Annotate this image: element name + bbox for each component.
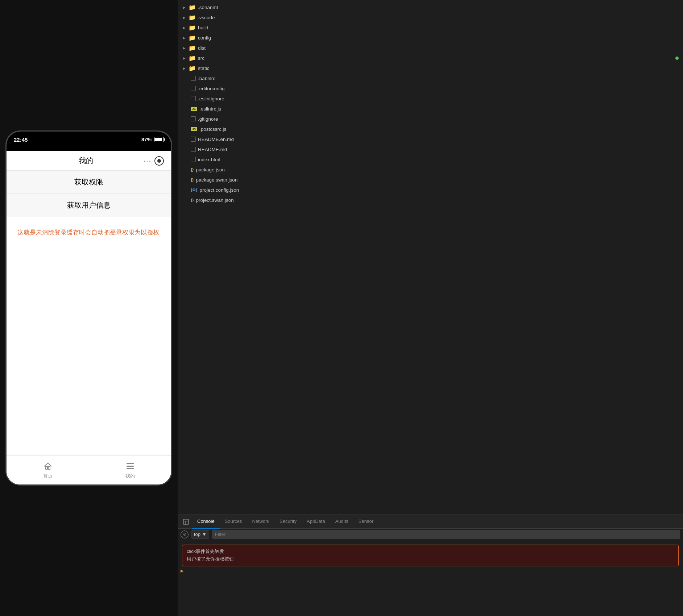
arrow-icon: ▶ (182, 56, 186, 60)
annotation-text: 这就是未清除登录缓存时会自动把登录权限为以授权 (17, 229, 159, 236)
phone-header-title: 我的 (28, 156, 143, 166)
arrow-icon: ▶ (182, 15, 186, 20)
svg-rect-5 (183, 519, 189, 524)
file-icon (191, 157, 196, 162)
folder-icon: 📁 (189, 45, 196, 51)
arrow-icon: ▶ (182, 36, 186, 40)
battery-percent: 87% (141, 137, 152, 142)
file-item-src[interactable]: ▶ 📁 src (178, 53, 683, 63)
file-name: .sohanmt (198, 5, 218, 10)
file-item-gitignore[interactable]: .gitignore (178, 114, 683, 124)
json-badge: {} (191, 198, 194, 202)
folder-icon: 📁 (189, 4, 196, 11)
file-name: config (198, 35, 211, 41)
file-item-build[interactable]: ▶ 📁 build (178, 22, 683, 33)
console-line-2: 用户按了允许授权按钮 (187, 555, 674, 563)
json-badge: {} (191, 178, 194, 182)
chevron-down-icon: ▼ (202, 532, 207, 537)
console-message-highlighted: click事件首先触发 用户按了允许授权按钮 (182, 545, 679, 566)
file-name: build (198, 25, 208, 30)
file-item-package-swan[interactable]: {} package.swan.json (178, 175, 683, 185)
file-name: .babelrc (198, 76, 215, 81)
inspect-icon[interactable] (180, 515, 192, 529)
file-icon (191, 96, 196, 101)
file-icon (191, 116, 196, 121)
file-name: project.swan.json (196, 197, 234, 203)
file-name: .editorconfig (198, 86, 225, 91)
mobile-simulator: 22:45 87% 我的 ··· (0, 0, 178, 616)
file-item-editorconfig[interactable]: .editorconfig (178, 83, 683, 93)
folder-icon: 📁 (189, 55, 196, 62)
battery-fill (154, 138, 162, 141)
tab-appdata[interactable]: AppData (302, 515, 330, 529)
tab-network[interactable]: Network (247, 515, 274, 529)
home-icon (43, 461, 53, 471)
svg-rect-2 (127, 463, 134, 464)
svg-rect-0 (46, 466, 47, 469)
file-name: .vscode (198, 15, 215, 20)
file-item-sohanmt[interactable]: ▶ 📁 .sohanmt (178, 2, 683, 12)
file-item-eslintrc[interactable]: JS .eslintrc.js (178, 104, 683, 114)
clear-console-button[interactable]: ⊘ (181, 530, 189, 538)
file-item-index-html[interactable]: index.html (178, 154, 683, 165)
file-name: src (198, 55, 204, 61)
js-badge: JS (191, 107, 197, 111)
context-selector[interactable]: top ▼ (191, 530, 209, 539)
file-icon (191, 137, 196, 142)
folder-icon: 📁 (189, 34, 196, 41)
filter-input[interactable] (212, 530, 680, 539)
phone-annotation: 这就是未清除登录缓存时会自动把登录权限为以授权 (7, 217, 171, 455)
tab-console[interactable]: Console (192, 515, 220, 529)
tab-sources[interactable]: Sources (220, 515, 247, 529)
list-icon (125, 461, 135, 471)
tab-audits[interactable]: Audits (330, 515, 353, 529)
svg-rect-3 (127, 466, 134, 467)
console-triangle-icon: ▶ (181, 569, 683, 573)
tab-security[interactable]: Security (274, 515, 302, 529)
file-item-readme[interactable]: README.md (178, 144, 683, 154)
file-name: .postcssrc.js (199, 126, 226, 132)
record-button[interactable] (154, 156, 164, 166)
file-tree[interactable]: ▶ 📁 .sohanmt ▶ 📁 .vscode ▶ 📁 build ▶ 📁 c… (178, 0, 683, 515)
file-item-readme-en[interactable]: README.en.md (178, 134, 683, 144)
file-name: package.swan.json (196, 177, 238, 183)
file-item-dist[interactable]: ▶ 📁 dist (178, 43, 683, 53)
nav-item-home[interactable]: 首页 (7, 456, 89, 484)
get-permission-button[interactable]: 获取权限 (7, 171, 171, 194)
phone-header: 我的 ··· (7, 151, 171, 171)
svg-rect-1 (48, 466, 50, 469)
file-item-vscode[interactable]: ▶ 📁 .vscode (178, 12, 683, 22)
notch-bar (7, 147, 171, 151)
file-icon (191, 147, 196, 152)
nav-item-mine[interactable]: 我的 (89, 456, 171, 484)
file-item-postcssrc[interactable]: JS .postcssrc.js (178, 124, 683, 134)
ide-panel: ▶ 📁 .sohanmt ▶ 📁 .vscode ▶ 📁 build ▶ 📁 c… (178, 0, 683, 616)
file-item-project-config[interactable]: {⚙} project.config.json (178, 185, 683, 195)
file-item-babelrc[interactable]: .babelrc (178, 73, 683, 83)
file-name: README.md (198, 147, 227, 152)
console-output: click事件首先触发 用户按了允许授权按钮 ▶ (178, 540, 683, 616)
record-icon (157, 159, 161, 163)
file-item-project-swan[interactable]: {} project.swan.json (178, 195, 683, 205)
file-item-static[interactable]: ▶ 📁 static (178, 63, 683, 73)
arrow-icon: ▶ (182, 66, 186, 70)
file-item-package-json[interactable]: {} package.json (178, 165, 683, 175)
file-name: static (198, 66, 210, 71)
js-badge: JS (191, 127, 197, 131)
file-icon (191, 76, 196, 81)
tab-sensor[interactable]: Sensor (353, 515, 378, 529)
phone-content: 我的 ··· 获取权限 获取用户信息 这就是未清除登录缓存时会自动把登录权限为以… (7, 151, 171, 484)
file-item-eslintignore[interactable]: .eslintignore (178, 93, 683, 104)
svg-rect-4 (127, 468, 134, 469)
file-name: package.json (196, 167, 225, 172)
file-item-config[interactable]: ▶ 📁 config (178, 33, 683, 43)
file-name: project.config.json (200, 187, 239, 193)
arrow-icon: ▶ (182, 46, 186, 50)
folder-icon: 📁 (189, 14, 196, 21)
battery-body (154, 137, 164, 142)
get-user-info-button[interactable]: 获取用户信息 (7, 194, 171, 217)
phone-frame: 22:45 87% 我的 ··· (5, 130, 172, 486)
header-dots[interactable]: ··· (143, 157, 152, 165)
context-label: top (194, 532, 200, 537)
battery-icon (154, 137, 164, 142)
